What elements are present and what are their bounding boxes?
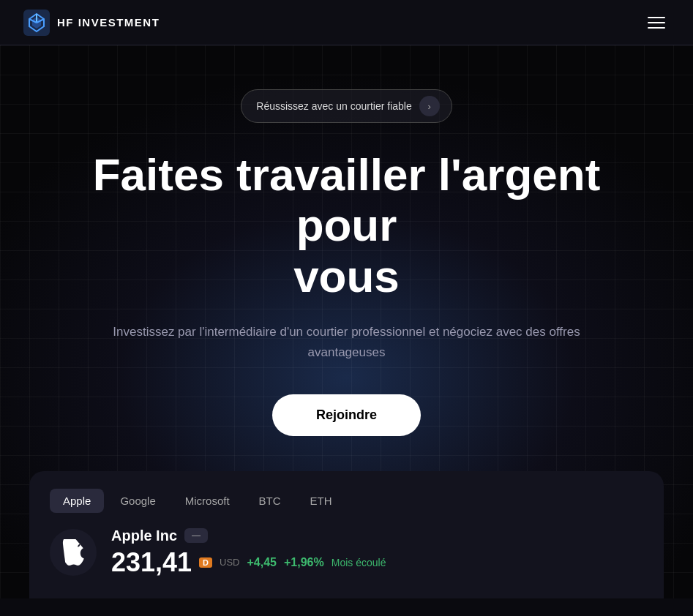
ticker-currency: USD [220, 557, 239, 568]
hamburger-line-1 [648, 17, 665, 18]
badge-arrow-icon[interactable]: › [419, 96, 440, 116]
hero-subtext: Investissez par l'intermédiaire d'un cou… [91, 322, 603, 361]
ticker-change-pct: +1,96% [284, 556, 324, 569]
logo-text: HF INVESTMENT [57, 16, 160, 29]
logo-area: HF INVESTMENT [23, 10, 160, 36]
hero-badge-text: Réussissez avec un courtier fiable [256, 100, 411, 112]
tab-google[interactable]: Google [107, 489, 168, 513]
ticker-tag: — [184, 528, 208, 543]
hamburger-line-2 [648, 22, 665, 23]
ticker-tabs: Apple Google Microsoft BTC ETH [50, 489, 643, 513]
ticker-info: Apple Inc — 231,41 D USD +4,45 +1,96% Mo… [50, 527, 643, 578]
hamburger-line-3 [648, 27, 665, 29]
ticker-name-row: Apple Inc — [111, 527, 386, 544]
hero-headline: Faites travailler l'argent pour vous [54, 149, 640, 301]
menu-button[interactable] [643, 12, 670, 33]
ticker-price-row: 231,41 D USD +4,45 +1,96% Mois écoulé [111, 547, 386, 578]
hero-headline-line2: vous [293, 251, 400, 301]
tab-eth[interactable]: ETH [297, 489, 345, 513]
tab-apple[interactable]: Apple [50, 489, 104, 513]
join-button[interactable]: Rejoindre [272, 394, 421, 436]
hero-headline-line1: Faites travailler l'argent pour [93, 149, 601, 250]
hero-section: Réussissez avec un courtier fiable › Fai… [0, 45, 693, 598]
ticker-name: Apple Inc [111, 527, 177, 544]
ticker-d-badge: D [199, 557, 212, 568]
apple-icon [61, 539, 85, 566]
ticker-change: +4,45 [247, 556, 277, 569]
ticker-price: 231,41 [111, 547, 192, 578]
header: HF INVESTMENT [0, 0, 693, 45]
tab-microsoft[interactable]: Microsoft [172, 489, 243, 513]
ticker-card: Apple Google Microsoft BTC ETH Apple Inc… [29, 471, 664, 598]
tab-btc[interactable]: BTC [246, 489, 294, 513]
ticker-details: Apple Inc — 231,41 D USD +4,45 +1,96% Mo… [111, 527, 386, 578]
logo-icon [23, 10, 50, 36]
hero-badge[interactable]: Réussissez avec un courtier fiable › [241, 89, 452, 123]
ticker-logo [50, 529, 97, 576]
ticker-period: Mois écoulé [331, 557, 386, 568]
